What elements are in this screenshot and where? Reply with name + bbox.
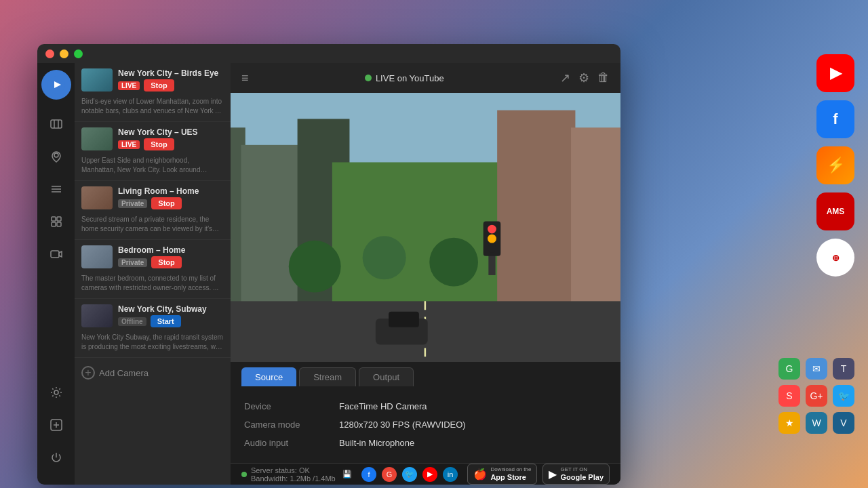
svg-rect-12 (57, 222, 61, 226)
mini-icon-4[interactable]: S (778, 385, 800, 407)
mini-icon-2[interactable]: ✉ (806, 358, 827, 380)
camera-desc-1: Bird's-eye view of Lower Manhattan, zoom… (81, 97, 224, 116)
camera-item-3[interactable]: Living Room – Home Private Stop Secured … (75, 181, 231, 240)
camera-thumb-living (81, 186, 113, 209)
google-play-badge[interactable]: ▶ GET IT ON Google Play (542, 464, 610, 485)
sidebar-item-settings[interactable] (43, 379, 70, 406)
sidebar-item-location[interactable] (43, 143, 70, 170)
sidebar-item-grid[interactable] (43, 208, 70, 235)
sidebar (37, 63, 75, 485)
minimize-button[interactable] (60, 49, 68, 58)
sidebar-item-power[interactable] (43, 444, 70, 471)
delete-icon[interactable]: 🗑 (597, 70, 610, 85)
camera-name-4: Bedroom – Home (118, 245, 224, 255)
mini-icon-7[interactable]: ★ (778, 412, 800, 434)
app-logo[interactable] (41, 70, 71, 100)
detail-row-device: Device FaceTime HD Camera (244, 397, 607, 415)
svg-rect-11 (52, 222, 56, 226)
youtube-desktop-icon[interactable]: ▶ (816, 54, 854, 92)
camera-mode-label: Camera mode (244, 420, 339, 430)
add-camera-label: Add Camera (99, 368, 149, 378)
apple-store-sub: Download on the (490, 466, 531, 473)
server-status-text: Server status: OK (251, 466, 336, 474)
ams-desktop-icon[interactable]: AMS (816, 192, 854, 230)
facebook-desktop-icon[interactable]: f (816, 100, 854, 138)
maximize-button[interactable] (74, 49, 83, 58)
svg-point-35 (488, 225, 496, 234)
top-bar-actions: ↗ ⚙ 🗑 (560, 70, 610, 85)
add-camera-icon: + (81, 366, 95, 380)
camera-desc-5: New York City Subway, the rapid transit … (81, 333, 224, 352)
camera-thumb-nyc-birds (81, 68, 113, 92)
sidebar-item-list[interactable] (43, 176, 70, 203)
social-youtube-icon[interactable]: ▶ (422, 467, 437, 482)
tab-output[interactable]: Output (359, 367, 414, 386)
social-google-icon[interactable]: G (382, 467, 397, 482)
bandwidth-text: Bandwidth: 1.2Mb /1.4Mb (251, 474, 336, 483)
apple-store-badge[interactable]: 🍎 Download on the App Store (467, 464, 537, 485)
camera-stop-button-4[interactable]: Stop (151, 256, 181, 268)
camera-start-button-5[interactable]: Start (151, 315, 181, 327)
detail-row-audio: Audio input Built-in Microphone (244, 434, 607, 452)
sidebar-item-plus[interactable] (43, 411, 70, 439)
svg-point-14 (54, 390, 58, 394)
svg-point-31 (363, 236, 406, 279)
device-label: Device (244, 401, 339, 411)
desktop-icons: ▶ f ⚡ AMS ⊕ (816, 54, 854, 277)
sidebar-item-map[interactable] (43, 110, 70, 138)
server-status-dot (241, 472, 247, 477)
svg-rect-13 (51, 251, 59, 258)
camera-stop-button-3[interactable]: Stop (151, 197, 181, 209)
camera-stop-button-1[interactable]: Stop (144, 79, 174, 92)
mini-icon-9[interactable]: V (833, 412, 854, 434)
camera-mode-value: 868x488 30 FPS (RAWVIDEO) (339, 420, 466, 430)
detail-row-camera-mode: Camera mode 868x488 30 FPS (RAWVIDEO) (244, 415, 607, 434)
add-camera-button[interactable]: + Add Camera (75, 358, 231, 388)
settings-icon[interactable]: ⚙ (578, 70, 589, 85)
camera-list: New York City – Birds Eye LIVE Stop Bird… (75, 63, 231, 485)
tab-bar: Source Stream Output (231, 362, 620, 386)
store-badges: 🍎 Download on the App Store ▶ GET IT ON … (467, 464, 610, 485)
desktop-mini-icons: G ✉ T S G+ 🐦 ★ W V (778, 358, 854, 434)
camera-stop-button-2[interactable]: Stop (144, 138, 174, 150)
camera-item-4[interactable]: Bedroom – Home Private Stop The master b… (75, 240, 231, 299)
camera-status-1: LIVE (118, 81, 140, 90)
social-linkedin-icon[interactable]: in (443, 467, 458, 482)
svg-point-36 (488, 235, 496, 243)
camera-thumb-subway (81, 304, 113, 327)
status-bar: Server status: OK Bandwidth: 1.2Mb /1.4M… (231, 463, 620, 485)
svg-rect-10 (57, 217, 61, 221)
device-value: FaceTime HD Camera (339, 401, 427, 411)
live-dot (365, 75, 372, 81)
lightning-desktop-icon[interactable]: ⚡ (816, 146, 854, 184)
social-icons-bar: f G 🐦 ▶ in (361, 467, 458, 482)
tab-source[interactable]: Source (241, 367, 296, 386)
camera-thumb-bedroom (81, 245, 113, 268)
camera-item-2[interactable]: New York City – UES LIVE Stop Upper East… (75, 122, 231, 181)
s5-desktop-icon[interactable]: ⊕ (816, 239, 854, 277)
camera-item-5[interactable]: New York City, Subway Offline Start New … (75, 299, 231, 358)
mini-icon-1[interactable]: G (778, 358, 800, 380)
mini-icon-3[interactable]: T (833, 358, 854, 380)
social-facebook-icon[interactable]: f (361, 467, 376, 482)
video-preview (231, 93, 620, 362)
close-button[interactable] (45, 49, 54, 58)
mini-icon-8[interactable]: W (806, 412, 827, 434)
apple-icon: 🍎 (473, 468, 487, 481)
video-scene (231, 93, 620, 362)
mini-icon-5[interactable]: G+ (806, 385, 827, 407)
svg-rect-29 (389, 312, 419, 327)
camera-item-1[interactable]: New York City – Birds Eye LIVE Stop Bird… (75, 63, 231, 122)
audio-input-value: Built-in Microphone (339, 438, 414, 448)
google-play-sub: GET IT ON (560, 466, 604, 473)
share-icon[interactable]: ↗ (560, 70, 570, 85)
svg-rect-9 (52, 217, 56, 221)
social-twitter-icon[interactable]: 🐦 (402, 467, 417, 482)
sidebar-item-video[interactable] (43, 241, 70, 268)
tab-stream[interactable]: Stream (299, 367, 356, 386)
camera-desc-3: Secured stream of a private residence, t… (81, 215, 224, 234)
svg-point-32 (429, 238, 478, 287)
mini-icon-6[interactable]: 🐦 (833, 385, 854, 407)
menu-icon[interactable]: ≡ (241, 71, 249, 85)
svg-rect-2 (51, 120, 62, 128)
